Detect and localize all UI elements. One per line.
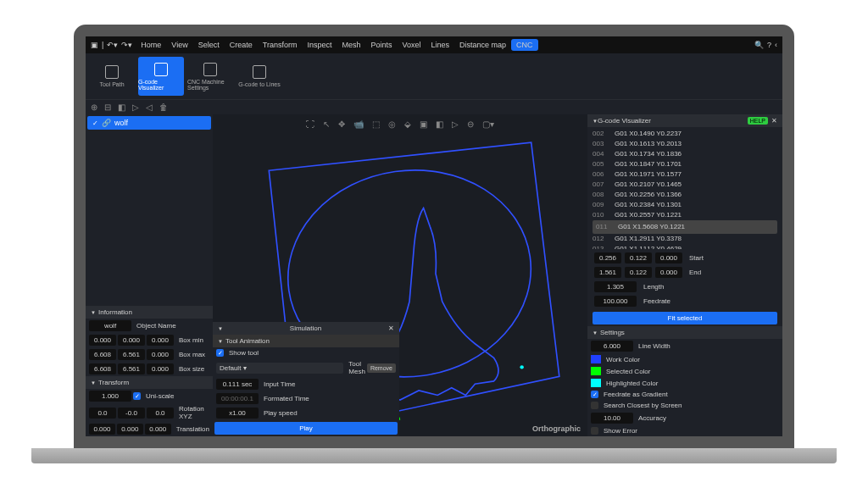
menu-lines[interactable]: Lines — [426, 39, 455, 51]
highlighted-color-swatch[interactable] — [591, 379, 601, 387]
gcode-line[interactable]: 003G01 X0.1613 Y0.2013 — [593, 139, 777, 149]
menu-inspect[interactable]: Inspect — [302, 39, 337, 51]
search-icon[interactable]: 🔍 — [754, 41, 764, 49]
play-button[interactable]: Play — [214, 422, 398, 435]
error-check[interactable] — [591, 427, 598, 435]
left-panel: 🔗 wolf Information wolfObject Name 0.000… — [86, 114, 213, 436]
laptop-base — [31, 448, 837, 463]
ribbon-g-code-visualizer[interactable]: G-code Visualizer — [138, 57, 184, 96]
menu-distance-map[interactable]: Distance map — [454, 39, 511, 51]
uniscale-input[interactable]: 1.000 — [89, 391, 131, 402]
menu-create[interactable]: Create — [225, 39, 258, 51]
gcode-panel: ▼ G-code VisualizerHELP✕ 002G01 X0.1490 … — [587, 114, 782, 436]
gcode-line[interactable]: 008G01 X0.2256 Y0.1366 — [593, 190, 777, 200]
menu-select[interactable]: Select — [193, 39, 225, 51]
simulation-panel: Simulation✕ Tool Animation ✓Show tool De… — [213, 322, 399, 436]
close-icon[interactable]: ✕ — [771, 117, 777, 125]
transform-header[interactable]: Transform — [86, 376, 213, 389]
tool-icon[interactable]: ⊟ — [104, 103, 111, 112]
fit-selected-button[interactable]: Fit selected — [593, 312, 777, 324]
help-badge[interactable]: HELP — [748, 117, 768, 125]
gcode-line[interactable]: 012G01 X1.2911 Y0.3378 — [593, 234, 777, 244]
viewport[interactable]: ⛶ ↖ ✥ 📹 ⬚ ◎ ⬙ ▣ ◧ ▷ ⊖ ▢▾ Orthographic Si — [213, 114, 587, 436]
menu-view[interactable]: View — [166, 39, 192, 51]
undo-icon[interactable]: ↶▾ — [107, 41, 118, 49]
redo-icon[interactable]: ↷▾ — [121, 41, 132, 49]
input-time[interactable]: 0.111 sec — [216, 379, 259, 390]
tool-mesh-select[interactable]: Default ▾ — [216, 363, 343, 374]
gcode-line[interactable]: 004G01 X0.1734 Y0.1836 — [593, 149, 777, 159]
menu-cnc[interactable]: CNC — [511, 39, 538, 51]
delete-icon[interactable]: 🗑 — [159, 103, 168, 112]
formatted-time: 00:00:00.1 — [216, 393, 259, 404]
svg-point-2 — [520, 365, 523, 369]
ribbon: Tool PathG-code VisualizerCNC Machine Se… — [86, 53, 782, 99]
remove-button[interactable]: Remove — [367, 363, 396, 373]
link-icon: 🔗 — [102, 119, 111, 127]
settings-header[interactable]: Settings — [587, 326, 782, 339]
tool-icon[interactable]: ◧ — [118, 103, 125, 112]
menu-voxel[interactable]: Voxel — [397, 39, 426, 51]
line-width-input[interactable]: 6.000 — [591, 341, 633, 352]
ribbon-g-code-to-lines[interactable]: G-code to Lines — [236, 57, 282, 96]
tool-icon[interactable]: ⊕ — [91, 103, 97, 112]
menu-home[interactable]: Home — [136, 39, 166, 51]
gcode-line[interactable]: 006G01 X0.1971 Y0.1577 — [593, 169, 777, 180]
gradient-check[interactable]: ✓ — [591, 391, 598, 398]
collapse-icon[interactable]: ‹ — [775, 41, 777, 49]
show-tool-check[interactable]: ✓ — [216, 349, 224, 357]
tool-animation-header[interactable]: Tool Animation — [213, 335, 399, 347]
gcode-line[interactable]: 011G01 X1.5608 Y0.1221 — [593, 220, 777, 234]
selected-color-swatch[interactable] — [591, 367, 601, 375]
tool-icon[interactable]: ▷ — [132, 103, 139, 112]
projection-label: Orthographic — [532, 424, 581, 433]
gcode-line[interactable]: 005G01 X0.1847 Y0.1701 — [593, 159, 777, 169]
ribbon-tool-path[interactable]: Tool Path — [89, 57, 135, 96]
app-window: ▣ | ↶▾ ↷▾ HomeViewSelectCreateTransformI… — [74, 25, 794, 448]
work-color-swatch[interactable] — [591, 355, 601, 363]
uniscale-check[interactable]: ✓ — [133, 392, 141, 400]
gcode-line[interactable]: 002G01 X0.1490 Y0.2237 — [593, 129, 777, 139]
close-icon[interactable]: ✕ — [388, 324, 394, 332]
information-header[interactable]: Information — [86, 306, 213, 319]
app-icon[interactable]: ▣ — [91, 41, 98, 49]
gcode-line[interactable]: 010G01 X0.2557 Y0.1221 — [593, 210, 777, 220]
gcode-line[interactable]: 009G01 X0.2384 Y0.1301 — [593, 200, 777, 210]
ribbon-cnc-machine-settings[interactable]: CNC Machine Settings — [187, 57, 233, 96]
play-speed[interactable]: x1.00 — [216, 408, 259, 419]
help-icon[interactable]: ? — [767, 41, 771, 49]
left-toolbar: ⊕ ⊟ ◧ ▷ ◁ 🗑 — [86, 99, 782, 114]
menu-mesh[interactable]: Mesh — [337, 39, 365, 51]
object-name: wolf — [89, 320, 131, 331]
tool-icon[interactable]: ◁ — [146, 103, 153, 112]
menu-transform[interactable]: Transform — [258, 39, 303, 51]
closest-check[interactable] — [591, 402, 598, 409]
accuracy-input[interactable]: 10.00 — [591, 413, 633, 424]
menubar: ▣ | ↶▾ ↷▾ HomeViewSelectCreateTransformI… — [86, 36, 782, 53]
menu-points[interactable]: Points — [365, 39, 397, 51]
divider-icon: | — [102, 41, 103, 49]
gcode-line[interactable]: 007G01 X0.2107 Y0.1465 — [593, 180, 777, 190]
tree-item-wolf[interactable]: 🔗 wolf — [87, 116, 211, 130]
